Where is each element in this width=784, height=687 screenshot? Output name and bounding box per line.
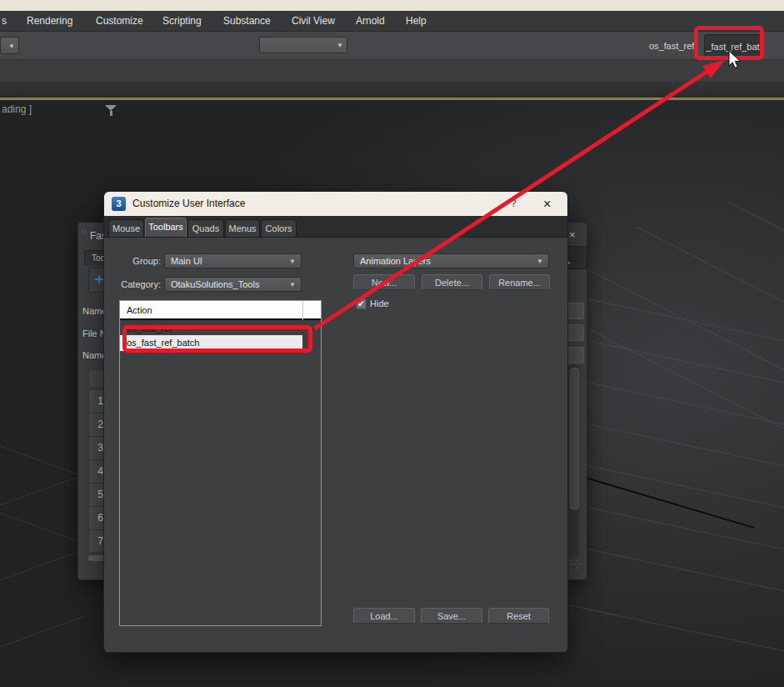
rename-button[interactable]: Rename... [489, 274, 550, 290]
header-column-divider[interactable] [302, 301, 303, 320]
dialog-tabstrip: Mouse Toolbars Quads Menus Colors [104, 216, 567, 238]
close-icon[interactable]: × [569, 228, 576, 241]
resize-grip-icon[interactable]: ⁛⁛ [567, 563, 582, 567]
delete-button[interactable]: Delete... [422, 274, 482, 290]
vertical-scrollbar-thumb[interactable] [570, 368, 579, 509]
window-grip[interactable]: ⁝⁝ [82, 229, 88, 233]
menu-arnold[interactable]: Arnold [356, 11, 385, 31]
tab-mouse[interactable]: Mouse [108, 219, 144, 237]
load-button[interactable]: Load... [353, 608, 415, 624]
menu-fragment[interactable]: s [2, 11, 7, 31]
partial-dropdown[interactable]: ▼ [0, 37, 19, 54]
category-label: Category: [109, 279, 161, 289]
hide-checkbox[interactable]: ✔ [356, 298, 367, 309]
chevron-down-icon: ▼ [337, 42, 343, 49]
hide-label: Hide [370, 298, 389, 308]
menu-rendering[interactable]: Rendering [27, 11, 72, 31]
chevron-down-icon: ▼ [8, 42, 15, 49]
3dsmax-application: s Rendering Customize Scripting Substanc… [0, 0, 784, 687]
secondary-toolbar-strip [0, 59, 784, 83]
tab-colors[interactable]: Colors [261, 219, 297, 237]
annotation-box-toolbar [694, 26, 764, 60]
category-dropdown[interactable]: OtakuSolutions_Tools▼ [164, 277, 302, 292]
menu-scripting[interactable]: Scripting [162, 11, 202, 31]
annotation-box-list-item [122, 325, 312, 353]
3dsmax-logo-icon: 3 [112, 197, 126, 211]
reset-button[interactable]: Reset [488, 608, 549, 624]
os-fast-ref-button[interactable]: os_fast_ref [649, 41, 694, 51]
close-icon[interactable]: × [543, 192, 551, 216]
menu-help[interactable]: Help [406, 11, 427, 31]
tab-menus[interactable]: Menus [225, 219, 260, 237]
customize-ui-dialog: 3 Customize User Interface ? × Mouse Too… [103, 191, 568, 653]
viewport-axis-line [585, 477, 755, 529]
dialog-titlebar[interactable]: 3 Customize User Interface ? × [104, 192, 567, 216]
active-viewport-border [0, 98, 784, 100]
menu-customize[interactable]: Customize [96, 11, 143, 31]
vertical-scrollbar-track[interactable] [568, 365, 579, 557]
viewport-grid-right [563, 100, 784, 687]
dialog-title: Customize User Interface [132, 192, 245, 216]
chevron-down-icon: ▼ [289, 278, 296, 292]
filter-funnel-icon[interactable] [105, 105, 117, 116]
toolbar-shadow-strip [0, 82, 784, 98]
toolbar-select-dropdown[interactable]: Animation Layers▼ [353, 253, 549, 268]
menu-substance[interactable]: Substance [223, 11, 271, 31]
menu-bar: s Rendering Customize Scripting Substanc… [0, 11, 784, 32]
named-selection-dropdown[interactable]: ▼ [259, 37, 347, 53]
group-label: Group: [116, 256, 161, 266]
action-list-header[interactable]: Action [120, 301, 321, 320]
menu-civil-view[interactable]: Civil View [292, 11, 335, 31]
viewport-shading-label[interactable]: ading ] [2, 103, 32, 115]
chevron-down-icon: ▼ [537, 254, 543, 268]
main-toolbar: ▼ + + 3 % [0, 32, 784, 59]
new-button[interactable]: New... [353, 274, 415, 290]
chevron-down-icon: ▼ [289, 254, 296, 268]
save-button[interactable]: Save... [421, 608, 482, 624]
group-dropdown[interactable]: Main UI▼ [164, 253, 302, 268]
tab-quads[interactable]: Quads [187, 219, 224, 237]
window-titlebar-edge [0, 0, 784, 11]
tab-toolbars[interactable]: Toolbars [145, 218, 187, 237]
help-button[interactable]: ? [511, 192, 517, 216]
viewport-grid-left [0, 434, 83, 687]
